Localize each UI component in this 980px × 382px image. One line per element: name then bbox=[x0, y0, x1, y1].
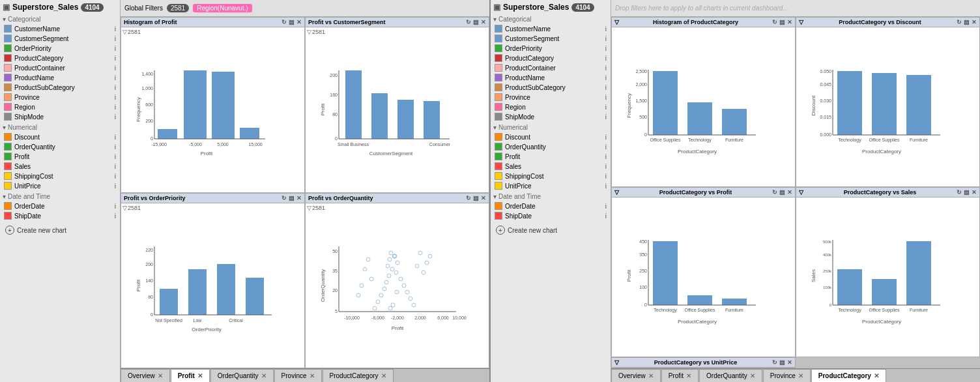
field-item-customersegment[interactable]: CustomerSegment i bbox=[3, 34, 117, 43]
field-info-shipdate[interactable]: i bbox=[115, 213, 116, 220]
left-tab-productcategory[interactable]: ProductCategory ✕ bbox=[323, 369, 394, 382]
field-item-profit[interactable]: Profit i bbox=[493, 152, 608, 161]
field-info-orderdate[interactable]: i bbox=[115, 203, 116, 210]
right-chart2-close[interactable]: ✕ bbox=[972, 19, 977, 25]
right-chart5-refresh[interactable]: ↻ bbox=[772, 359, 777, 366]
field-info-discount[interactable]: i bbox=[115, 134, 116, 141]
field-item-productcategory[interactable]: ProductCategory i bbox=[3, 53, 117, 63]
field-info-shipmode[interactable]: i bbox=[115, 113, 116, 121]
field-item-orderquantity[interactable]: OrderQuantity i bbox=[493, 142, 608, 151]
right-chart1-settings[interactable]: ▤ bbox=[779, 19, 785, 25]
right-tab-productcategory-close[interactable]: ✕ bbox=[874, 372, 879, 379]
field-item-productsubcategory[interactable]: ProductSubCategory i bbox=[493, 83, 608, 92]
field-item-productcategory[interactable]: ProductCategory i bbox=[493, 53, 608, 63]
field-item-unitprice[interactable]: UnitPrice i bbox=[3, 181, 117, 190]
left-chart4-settings[interactable]: ▤ bbox=[473, 195, 479, 201]
right-tab-overview[interactable]: Overview ✕ bbox=[611, 369, 661, 382]
right-tab-productcategory[interactable]: ProductCategory ✕ bbox=[811, 369, 886, 382]
field-info-customersegment[interactable]: i bbox=[605, 35, 607, 42]
right-chart4-settings[interactable]: ▤ bbox=[964, 189, 970, 196]
field-info-productcategory[interactable]: i bbox=[115, 55, 116, 62]
field-info-productname[interactable]: i bbox=[605, 74, 607, 81]
left-chart1-refresh[interactable]: ↻ bbox=[281, 19, 287, 25]
right-chart4-refresh[interactable]: ↻ bbox=[957, 189, 962, 196]
left-tab-profit-close[interactable]: ✕ bbox=[197, 372, 203, 379]
left-tab-province-close[interactable]: ✕ bbox=[310, 372, 315, 379]
field-item-shipmode[interactable]: ShipMode i bbox=[3, 112, 117, 121]
field-info-customername[interactable]: i bbox=[605, 25, 607, 33]
field-item-orderpriority[interactable]: OrderPriority i bbox=[3, 44, 117, 53]
field-info-productname[interactable]: i bbox=[115, 74, 116, 81]
left-tab-overview-close[interactable]: ✕ bbox=[158, 372, 163, 379]
field-item-sales[interactable]: Sales i bbox=[493, 162, 608, 171]
field-info-orderdate[interactable]: i bbox=[605, 203, 607, 210]
field-item-productcontainer[interactable]: ProductContainer i bbox=[3, 63, 117, 72]
field-info-productcontainer[interactable]: i bbox=[605, 65, 607, 72]
field-info-profit[interactable]: i bbox=[605, 153, 607, 160]
field-item-customername[interactable]: CustomerName i bbox=[3, 24, 117, 33]
field-info-customername[interactable]: i bbox=[115, 25, 116, 33]
right-global-filters[interactable]: Drop filters here to apply to all charts… bbox=[611, 0, 980, 17]
right-chart5-settings[interactable]: ▤ bbox=[779, 359, 785, 366]
right-chart2-refresh[interactable]: ↻ bbox=[957, 19, 962, 25]
right-chart3-refresh[interactable]: ↻ bbox=[772, 189, 777, 196]
field-info-sales[interactable]: i bbox=[605, 163, 607, 170]
left-chart4-close[interactable]: ✕ bbox=[481, 195, 486, 201]
left-chart3-close[interactable]: ✕ bbox=[296, 195, 302, 201]
right-chart3-close[interactable]: ✕ bbox=[787, 189, 792, 196]
field-info-shipdate[interactable]: i bbox=[605, 213, 607, 220]
field-info-shippingcost[interactable]: i bbox=[115, 173, 116, 180]
left-chart4-refresh[interactable]: ↻ bbox=[466, 195, 471, 201]
field-item-sales[interactable]: Sales i bbox=[3, 162, 117, 171]
field-item-productsubcategory[interactable]: ProductSubCategory i bbox=[3, 83, 117, 92]
field-item-unitprice[interactable]: UnitPrice i bbox=[493, 181, 608, 190]
field-info-orderpriority[interactable]: i bbox=[115, 45, 116, 52]
left-tab-overview[interactable]: Overview ✕ bbox=[121, 369, 170, 382]
left-tab-orderquantity[interactable]: OrderQuantity ✕ bbox=[210, 369, 274, 382]
right-tab-profit[interactable]: Profit ✕ bbox=[661, 369, 699, 382]
right-tab-province[interactable]: Province ✕ bbox=[763, 369, 811, 382]
field-item-productcontainer[interactable]: ProductContainer i bbox=[493, 63, 608, 72]
left-chart1-settings[interactable]: ▤ bbox=[289, 19, 295, 25]
field-item-orderquantity[interactable]: OrderQuantity i bbox=[3, 142, 117, 151]
field-item-shipmode[interactable]: ShipMode i bbox=[493, 112, 608, 121]
right-tab-orderquantity-close[interactable]: ✕ bbox=[750, 372, 755, 379]
field-item-province[interactable]: Province i bbox=[3, 93, 117, 102]
field-item-region[interactable]: Region i bbox=[493, 102, 608, 111]
right-chart3-settings[interactable]: ▤ bbox=[779, 189, 785, 196]
field-item-profit[interactable]: Profit i bbox=[3, 152, 117, 161]
field-item-shipdate[interactable]: ShipDate i bbox=[493, 211, 608, 220]
left-create-chart-button[interactable]: + Create new chart bbox=[3, 223, 117, 237]
field-info-productcategory[interactable]: i bbox=[605, 55, 607, 62]
right-tab-orderquantity[interactable]: OrderQuantity ✕ bbox=[699, 369, 762, 382]
field-item-customername[interactable]: CustomerName i bbox=[493, 24, 608, 33]
left-tab-productcategory-close[interactable]: ✕ bbox=[381, 372, 386, 379]
left-chart2-refresh[interactable]: ↻ bbox=[466, 19, 471, 25]
left-tab-profit[interactable]: Profit ✕ bbox=[171, 369, 210, 382]
field-info-shippingcost[interactable]: i bbox=[605, 173, 607, 180]
field-item-discount[interactable]: Discount i bbox=[3, 132, 117, 141]
field-info-unitprice[interactable]: i bbox=[115, 183, 116, 190]
field-item-discount[interactable]: Discount i bbox=[493, 132, 608, 141]
field-item-productname[interactable]: ProductName i bbox=[3, 73, 117, 82]
field-item-customersegment[interactable]: CustomerSegment i bbox=[493, 34, 608, 43]
field-item-shippingcost[interactable]: ShippingCost i bbox=[3, 171, 117, 181]
field-info-productsubcategory[interactable]: i bbox=[115, 84, 116, 91]
right-tab-overview-close[interactable]: ✕ bbox=[648, 372, 654, 379]
right-chart1-close[interactable]: ✕ bbox=[787, 19, 792, 25]
left-chart2-close[interactable]: ✕ bbox=[481, 19, 486, 25]
field-info-province[interactable]: i bbox=[605, 94, 607, 101]
right-chart4-close[interactable]: ✕ bbox=[972, 189, 977, 196]
right-create-chart-button[interactable]: + Create new chart bbox=[493, 223, 608, 237]
field-item-province[interactable]: Province i bbox=[493, 93, 608, 102]
field-info-profit[interactable]: i bbox=[115, 153, 116, 160]
field-info-orderpriority[interactable]: i bbox=[605, 45, 607, 52]
field-item-shipdate[interactable]: ShipDate i bbox=[3, 211, 117, 220]
left-chart3-settings[interactable]: ▤ bbox=[289, 195, 295, 201]
left-chart1-close[interactable]: ✕ bbox=[296, 19, 302, 25]
field-item-orderpriority[interactable]: OrderPriority i bbox=[493, 44, 608, 53]
left-chart3-refresh[interactable]: ↻ bbox=[281, 195, 287, 201]
field-info-productcontainer[interactable]: i bbox=[115, 65, 116, 72]
field-info-shipmode[interactable]: i bbox=[605, 113, 607, 121]
field-info-unitprice[interactable]: i bbox=[605, 183, 607, 190]
